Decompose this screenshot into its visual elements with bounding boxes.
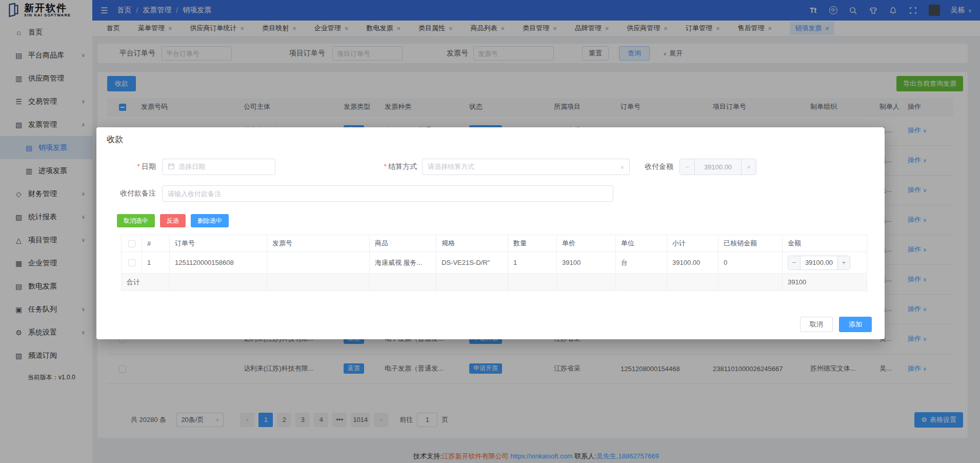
modal-table-total-row: 合计 39100 xyxy=(122,274,867,291)
row-amount-stepper: − 39100.00 + xyxy=(788,256,850,270)
invert-selection-button[interactable]: 反选 xyxy=(160,214,186,227)
calendar-icon xyxy=(168,163,175,171)
minus-icon[interactable]: − xyxy=(788,256,801,269)
add-button[interactable]: 添加 xyxy=(839,317,872,332)
date-label: 日期 xyxy=(117,162,156,171)
remark-label: 收付款备注 xyxy=(117,189,156,198)
remark-input[interactable] xyxy=(162,185,613,202)
settlement-method-label: 结算方式 xyxy=(377,162,417,171)
amount-stepper: − 39100.00 + xyxy=(679,159,756,175)
amount-value: 39100.00 xyxy=(695,159,741,175)
modal-table-header-row: # 订单号 发票号 商品 规格 数量 单价 单位 小计 已核销金额 金额 xyxy=(122,235,867,252)
settlement-method-select[interactable]: 请选择结算方式 ∨ xyxy=(422,159,630,175)
total-amount: 39100 xyxy=(783,274,867,291)
row-amount-value: 39100.00 xyxy=(801,256,837,269)
total-label: 合计 xyxy=(122,274,170,291)
modal-row-checkbox[interactable] xyxy=(128,259,135,266)
modal-select-all-checkbox[interactable] xyxy=(128,240,135,247)
modal-title: 收款 xyxy=(96,127,885,145)
plus-icon[interactable]: + xyxy=(837,256,850,269)
receive-payment-modal: 收款 日期 选择日期 结算方式 请选择结算方式 ∨ 收付金额 − 39100.0… xyxy=(96,127,885,339)
minus-icon[interactable]: − xyxy=(680,159,695,175)
plus-icon[interactable]: + xyxy=(741,159,756,175)
cancel-button[interactable]: 取消 xyxy=(800,317,833,332)
modal-table-row: 1 1251120000158608 海康威视 服务... DS-VE21S-D… xyxy=(122,252,867,274)
unselect-button[interactable]: 取消选中 xyxy=(117,214,155,227)
chevron-down-icon: ∨ xyxy=(621,164,624,170)
payment-items-table: # 订单号 发票号 商品 规格 数量 单价 单位 小计 已核销金额 金额 1 1… xyxy=(121,235,867,291)
date-picker[interactable]: 选择日期 xyxy=(162,159,275,175)
delete-selected-button[interactable]: 删除选中 xyxy=(191,214,229,227)
amount-label: 收付金额 xyxy=(643,162,673,171)
